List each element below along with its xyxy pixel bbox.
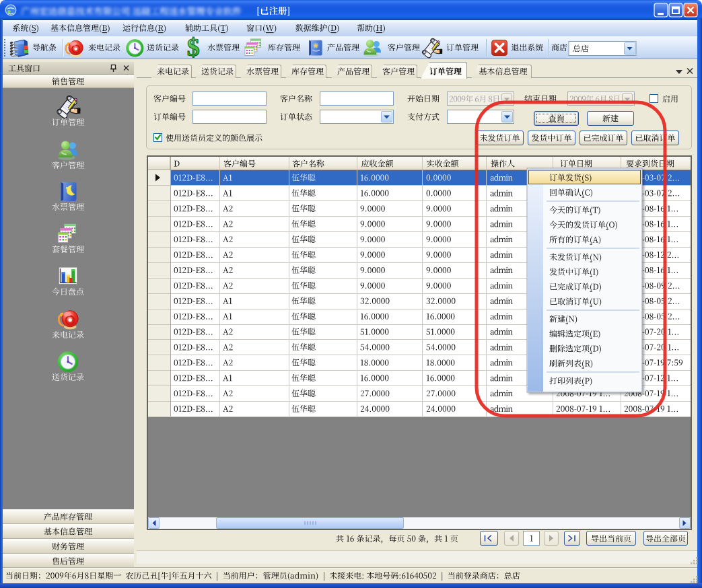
svg-text:$: $ <box>187 33 200 61</box>
